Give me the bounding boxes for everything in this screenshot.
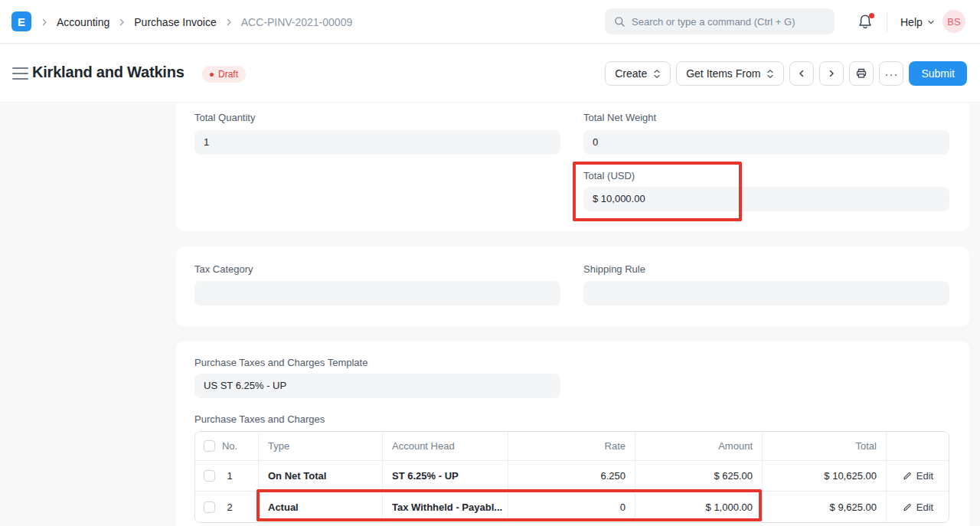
header-type: Type (259, 432, 383, 461)
row-account-head-cell[interactable]: Tax Withheld - Payabl... (383, 492, 508, 522)
total-net-weight-label: Total Net Weight (583, 112, 656, 123)
charges-table: No. Type Account Head Rate Amount Total … (194, 431, 949, 523)
previous-document-button[interactable] (789, 61, 814, 86)
header-edit-spacer (887, 432, 949, 461)
shipping-rule-field[interactable] (583, 281, 949, 305)
tax-category-label: Tax Category (194, 263, 253, 275)
next-document-button[interactable] (819, 61, 844, 86)
row-index: 1 (220, 470, 240, 482)
row-no-cell: 2 (195, 492, 259, 522)
select-arrows-icon (653, 69, 661, 79)
notifications-bell-icon[interactable] (857, 13, 875, 31)
taxes-template-label: Purchase Taxes and Charges Template (194, 357, 368, 368)
header-rate: Rate (508, 432, 635, 461)
row-edit-label: Edit (916, 470, 933, 482)
row-rate-cell[interactable]: 6.250 (508, 461, 635, 492)
help-menu[interactable]: Help (900, 13, 935, 31)
charges-table-label: Purchase Taxes and Charges (194, 413, 325, 425)
chevron-right-icon (117, 18, 126, 27)
row-no-cell: 1 (195, 461, 259, 492)
header-amount: Amount (635, 432, 763, 461)
global-search-input[interactable]: Search or type a command (Ctrl + G) (605, 8, 835, 34)
total-usd-label: Total (USD) (583, 170, 635, 181)
total-quantity-label: Total Quantity (194, 112, 256, 123)
sidebar-toggle-icon[interactable] (12, 67, 28, 80)
header-total: Total (763, 432, 887, 461)
totals-section: Total Quantity 1 Total Net Weight 0 Tota… (176, 103, 969, 231)
navbar-divider (887, 11, 887, 32)
chevron-down-icon (927, 18, 935, 26)
breadcrumb-accounting[interactable]: Accounting (57, 16, 109, 28)
header-account-head: Account Head (383, 432, 508, 461)
header-no-cell: No. (195, 432, 259, 461)
page-title: Kirkland and Watkins (32, 64, 185, 81)
ellipsis-icon: ··· (884, 67, 898, 80)
print-button[interactable] (849, 61, 874, 86)
row-type-cell[interactable]: Actual (259, 492, 383, 522)
purchase-taxes-section: Purchase Taxes and Charges Template US S… (176, 341, 969, 526)
status-dot-icon (210, 73, 214, 77)
tax-shipping-section: Tax Category Shipping Rule (176, 247, 969, 326)
app-logo-letter: E (18, 15, 25, 28)
status-label: Draft (218, 69, 238, 80)
chevron-right-icon (40, 18, 49, 27)
chevron-left-icon (797, 69, 806, 78)
avatar[interactable]: BS (942, 10, 965, 33)
row-amount-cell[interactable]: $ 625.00 (635, 461, 763, 492)
page-actions: Create Get Items From · (605, 61, 967, 86)
breadcrumb-document-id: ACC-PINV-2021-00009 (241, 16, 353, 28)
total-net-weight-field[interactable]: 0 (583, 130, 949, 155)
row-rate-cell[interactable]: 0 (508, 492, 635, 522)
get-items-from-button[interactable]: Get Items From (676, 61, 784, 86)
avatar-initials: BS (947, 16, 960, 28)
total-usd-field[interactable]: $ 10,000.00 (583, 187, 949, 211)
search-icon (614, 16, 626, 28)
top-navbar: E Accounting Purchase Invoice ACC-PINV-2… (0, 0, 980, 44)
row-edit-label: Edit (916, 501, 933, 513)
submit-button[interactable]: Submit (909, 61, 967, 86)
pencil-icon (902, 471, 912, 481)
breadcrumb: Accounting Purchase Invoice ACC-PINV-202… (40, 0, 352, 44)
pencil-icon (902, 502, 912, 512)
submit-button-label: Submit (921, 67, 955, 80)
create-button[interactable]: Create (605, 61, 671, 86)
row-total-cell[interactable]: $ 9,625.00 (763, 492, 887, 522)
header-no-label: No. (220, 440, 240, 452)
menu-ellipsis-button[interactable]: ··· (879, 61, 903, 86)
row-type-cell[interactable]: On Net Total (259, 461, 383, 492)
create-button-label: Create (615, 67, 647, 80)
select-arrows-icon (766, 69, 774, 79)
shipping-rule-label: Shipping Rule (583, 263, 645, 275)
row-checkbox[interactable] (204, 501, 215, 513)
row-amount-cell[interactable]: $ 1,000.00 (635, 492, 763, 522)
chevron-right-icon (224, 18, 234, 27)
row-checkbox[interactable] (204, 470, 215, 482)
row-edit-button[interactable]: Edit (887, 461, 949, 492)
tax-category-field[interactable] (194, 281, 560, 305)
taxes-template-field[interactable]: US ST 6.25% - UP (194, 374, 560, 398)
breadcrumb-purchase-invoice[interactable]: Purchase Invoice (134, 16, 216, 28)
get-items-from-label: Get Items From (686, 67, 760, 80)
total-quantity-field[interactable]: 1 (194, 130, 560, 155)
page-head: Kirkland and Watkins Draft Create Get It… (0, 44, 980, 103)
status-badge: Draft (202, 66, 246, 83)
row-edit-button[interactable]: Edit (887, 492, 949, 522)
help-label: Help (900, 16, 923, 28)
chevron-right-icon (827, 69, 836, 78)
search-placeholder: Search or type a command (Ctrl + G) (632, 16, 795, 28)
app-logo[interactable]: E (11, 11, 31, 31)
printer-icon (855, 67, 867, 80)
row-account-head-cell[interactable]: ST 6.25% - UP (383, 461, 508, 492)
row-index: 2 (220, 501, 240, 513)
select-all-checkbox[interactable] (204, 440, 215, 452)
row-total-cell[interactable]: $ 10,625.00 (763, 461, 887, 492)
notification-dot (869, 13, 874, 18)
